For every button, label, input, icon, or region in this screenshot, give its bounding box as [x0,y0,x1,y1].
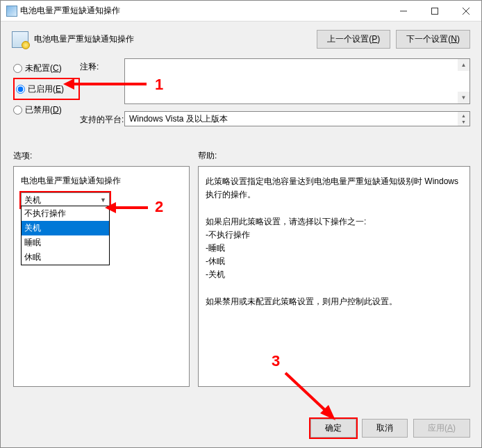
option-shutdown[interactable]: 关机 [22,221,109,235]
action-dropdown-list[interactable]: 不执行操作 关机 睡眠 休眠 [21,206,110,265]
help-p1: 此策略设置指定电池容量达到电池电量严重短缺通知级别时 Windows 执行的操作… [206,175,463,201]
help-p3: 如果禁用或未配置此策略设置，则用户控制此设置。 [206,295,463,308]
radio-not-configured[interactable]: 未配置(C) [13,58,80,78]
close-button[interactable] [450,1,481,22]
help-l1: -不执行操作 [206,229,463,242]
header-title: 电池电量严重短缺通知操作 [34,33,311,45]
window-title: 电池电量严重短缺通知操作 [17,5,388,17]
radio-disabled-input[interactable] [13,106,22,115]
config-area: 未配置(C) 已启用(E) 已禁用(D) 注释: ▲ ▼ 支持的平台: Wind… [1,56,481,133]
help-p2: 如果启用此策略设置，请选择以下操作之一: [206,215,463,229]
action-selected: 关机 [24,194,41,206]
policy-icon [12,31,28,48]
state-radio-group: 未配置(C) 已启用(E) 已禁用(D) [13,58,80,133]
chevron-down-icon: ▼ [100,197,106,204]
fields-column: 注释: ▲ ▼ 支持的平台: Windows Vista 及以上版本 ▲ ▼ [80,58,470,133]
cancel-button[interactable]: 取消 [362,419,408,438]
previous-setting-button[interactable]: 上一个设置(P) [317,30,390,49]
next-setting-button[interactable]: 下一个设置(N) [396,30,470,49]
platform-value: Windows Vista 及以上版本 [129,114,228,124]
supported-platform-field: Windows Vista 及以上版本 ▲ ▼ [124,111,470,126]
svg-rect-1 [431,8,438,15]
ok-button[interactable]: 确定 [310,419,356,438]
radio-enabled[interactable]: 已启用(E) [16,79,77,99]
comment-label: 注释: [80,58,124,104]
radio-not-configured-input[interactable] [13,64,22,73]
comment-textarea[interactable]: ▲ ▼ [124,58,470,104]
comment-scroll-up-icon[interactable]: ▲ [458,59,469,71]
window-controls [388,1,481,21]
dialog-buttons: 确定 取消 应用(A) [1,410,481,447]
apply-button[interactable]: 应用(A) [413,419,470,438]
app-icon [6,6,17,17]
option-hibernate[interactable]: 休眠 [22,250,109,265]
options-header: 选项: [13,150,198,162]
title-bar: 电池电量严重短缺通知操作 [1,1,481,22]
option-no-action[interactable]: 不执行操作 [22,206,109,221]
help-l3: -休眠 [206,255,463,268]
platform-label: 支持的平台: [80,111,124,126]
panel-headers: 选项: 帮助: [1,133,481,163]
radio-enabled-input[interactable] [16,85,25,94]
help-l4: -关机 [206,268,463,281]
annotation-highlight-1: 已启用(E) [13,78,80,100]
radio-disabled[interactable]: 已禁用(D) [13,100,80,119]
options-panel: 电池电量严重短缺通知操作 关机 ▼ 不执行操作 关机 睡眠 休眠 [13,166,190,387]
help-header: 帮助: [198,150,217,162]
help-l2: -睡眠 [206,242,463,255]
comment-scroll-down-icon[interactable]: ▼ [458,92,469,103]
minimize-button[interactable] [388,1,419,22]
maximize-button[interactable] [419,1,450,22]
options-title: 电池电量严重短缺通知操作 [21,175,182,187]
panels: 电池电量严重短缺通知操作 关机 ▼ 不执行操作 关机 睡眠 休眠 此策略设置指定… [1,163,481,387]
option-sleep[interactable]: 睡眠 [22,235,109,250]
platform-scroll-down-icon[interactable]: ▼ [458,118,469,126]
help-panel: 此策略设置指定电池容量达到电池电量严重短缺通知级别时 Windows 执行的操作… [198,166,470,387]
header: 电池电量严重短缺通知操作 上一个设置(P) 下一个设置(N) [1,22,481,56]
